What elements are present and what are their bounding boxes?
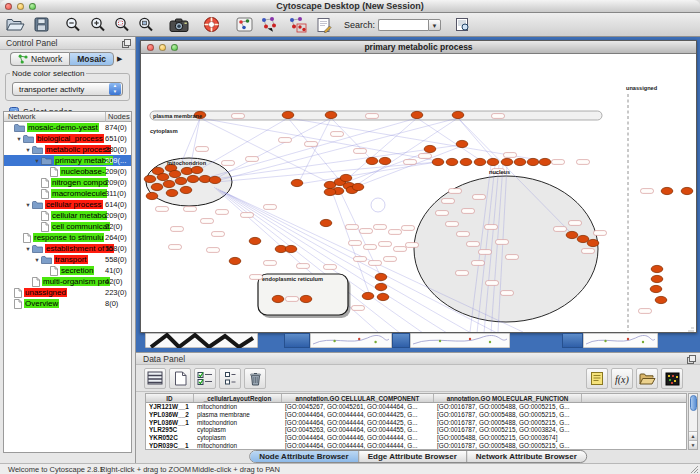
background-window-preview[interactable] <box>310 333 392 348</box>
table-cell[interactable]: [GO:0016787, GO:0005215, GO:0003824, G..… <box>434 426 582 434</box>
network-node[interactable] <box>661 187 673 194</box>
tree-row[interactable]: nucleobase- 209(0) <box>4 166 131 177</box>
scroll-up-button[interactable]: ▲ <box>689 431 697 440</box>
network-node[interactable] <box>487 158 499 165</box>
table-row[interactable]: YKR052Ccytoplasm[GO:0044464, GO:0044446,… <box>146 434 686 442</box>
network-node[interactable] <box>527 158 539 165</box>
network-b-button[interactable] <box>288 15 307 35</box>
region-nucleus[interactable] <box>414 176 598 322</box>
background-window-titlebar[interactable] <box>392 333 410 348</box>
tree-row[interactable]: ▼ establishment of lo 558(0) <box>4 243 131 254</box>
float-panel-button[interactable] <box>122 39 131 52</box>
tab-scroll-right-button[interactable]: ▶ <box>117 55 122 63</box>
table-cell[interactable]: [GO:0044464, GO:0044446, GO:0044444, G..… <box>282 434 434 442</box>
table-cell[interactable]: YDR039C__1 <box>146 442 194 450</box>
network-node[interactable] <box>375 273 387 280</box>
table-row[interactable]: YPL036W__1mitochondrion[GO:0044464, GO:0… <box>146 419 686 427</box>
table-cell[interactable]: plasma membrane <box>194 411 282 419</box>
table-cell[interactable]: YLR295C <box>146 426 194 434</box>
expand-arrow-icon[interactable]: ▼ <box>24 202 32 208</box>
network-node[interactable] <box>191 166 203 173</box>
table-cell[interactable]: [GO:0045263, GO:0044464, GO:0044455, G..… <box>282 426 434 434</box>
network-node[interactable] <box>187 175 199 182</box>
network-node[interactable] <box>175 177 187 184</box>
network-node[interactable] <box>566 231 578 238</box>
zoom-out-button[interactable] <box>65 15 81 35</box>
network-node[interactable] <box>166 189 178 196</box>
network-node[interactable] <box>577 235 589 242</box>
attribute-table[interactable]: ID_cellularLayoutRegionannotation.GO CEL… <box>145 393 687 450</box>
advanced-search-button[interactable] <box>455 15 470 35</box>
network-node[interactable] <box>320 219 332 226</box>
network-node[interactable] <box>681 187 693 194</box>
annotation-note-button[interactable] <box>586 368 608 389</box>
attribute-matrix-button[interactable] <box>219 368 241 389</box>
network-node[interactable] <box>651 275 663 282</box>
tree-row[interactable]: Overview 8(0) <box>4 298 131 309</box>
table-cell[interactable]: [GO:0005488, GO:0005215, GO:0003674] <box>434 434 582 442</box>
zoom-selected-button[interactable] <box>114 15 130 35</box>
attribute-table-button[interactable] <box>144 368 166 389</box>
table-column-header[interactable]: _cellularLayoutRegion <box>194 394 282 402</box>
table-scrollbar[interactable]: ▲ ▼ <box>688 393 698 450</box>
table-cell[interactable]: YPL036W__1 <box>146 419 194 427</box>
snapshot-button[interactable] <box>169 15 190 35</box>
network-node[interactable] <box>375 283 387 290</box>
network-node[interactable] <box>272 295 284 302</box>
table-cell[interactable]: YJR121W__1 <box>146 403 194 411</box>
select-attributes-button[interactable] <box>194 368 216 389</box>
tree-row[interactable]: ▼ transport 558(0) <box>4 254 131 265</box>
network-window-titlebar[interactable]: primary metabolic process <box>141 41 696 54</box>
zoom-fit-button[interactable] <box>138 15 154 35</box>
delete-attribute-button[interactable] <box>244 368 266 389</box>
table-cell[interactable]: mitochondrion <box>194 403 282 411</box>
table-row[interactable]: YJR121W__1mitochondrion[GO:0045267, GO:0… <box>146 403 686 411</box>
network-node[interactable] <box>209 176 221 183</box>
table-cell[interactable]: [GO:0044464, GO:0044444, GO:0044444, G..… <box>282 442 434 450</box>
tree-row[interactable]: cellular metabo 209(0) <box>4 210 131 221</box>
tree-row[interactable]: response to stimulu 264(0) <box>4 232 131 243</box>
table-cell[interactable]: mitochondrion <box>194 419 282 427</box>
tree-row[interactable]: secretion 41(0) <box>4 265 131 276</box>
create-attribute-button[interactable] <box>169 368 191 389</box>
network-node[interactable] <box>379 157 391 164</box>
expand-arrow-icon[interactable]: ▼ <box>24 246 32 252</box>
table-column-header[interactable]: ID <box>146 394 194 402</box>
network-node[interactable] <box>285 245 297 252</box>
expand-arrow-icon[interactable]: ▼ <box>24 147 32 153</box>
expand-arrow-icon[interactable]: ▼ <box>15 136 23 142</box>
table-cell[interactable]: [GO:0016787, GO:0005488, GO:0005215, G..… <box>434 411 582 419</box>
zoom-in-button[interactable] <box>90 15 106 35</box>
network-view-window[interactable]: primary metabolic process plasma membran… <box>140 40 697 333</box>
table-row[interactable]: YLR295Ccytoplasm[GO:0045263, GO:0044464,… <box>146 426 686 434</box>
search-input[interactable] <box>378 19 428 31</box>
table-row[interactable]: YDR039C__1mitochondrion[GO:0044464, GO:0… <box>146 442 686 450</box>
expand-arrow-icon[interactable]: ▼ <box>33 158 41 164</box>
table-cell[interactable]: cytoplasm <box>194 434 282 442</box>
expand-arrow-icon[interactable]: ▼ <box>33 257 41 263</box>
search-dropdown-button[interactable]: ▼ <box>428 19 441 31</box>
table-cell[interactable]: mitochondrion <box>194 442 282 450</box>
tree-row[interactable]: mosaic-demo-yeast 874(0) <box>4 122 131 133</box>
tab-mosaic[interactable]: Mosaic <box>69 52 114 66</box>
tree-row[interactable]: nitrogen compo 209(0) <box>4 177 131 188</box>
tree-row[interactable]: cell communicat 22(0) <box>4 221 131 232</box>
network-node[interactable] <box>169 170 181 177</box>
network-node[interactable] <box>446 158 458 165</box>
tree-row[interactable]: ▼ cellular process 614(0) <box>4 199 131 210</box>
window-titlebar[interactable]: Cytoscape Desktop (New Session) <box>0 0 700 13</box>
tree-row[interactable]: macromolecule 311(0) <box>4 188 131 199</box>
network-node[interactable] <box>157 173 169 180</box>
network-node[interactable] <box>282 111 294 118</box>
network-node[interactable] <box>163 180 175 187</box>
network-node[interactable] <box>340 174 352 181</box>
network-node[interactable] <box>587 239 599 246</box>
network-node[interactable] <box>456 140 468 147</box>
network-node[interactable] <box>651 265 663 272</box>
vizmapper-button[interactable] <box>236 15 253 35</box>
network-node[interactable] <box>474 158 486 165</box>
tree-row[interactable]: unassigned 223(0) <box>4 287 131 298</box>
table-cell[interactable]: cytoplasm <box>194 426 282 434</box>
network-node[interactable] <box>362 292 374 299</box>
table-column-header[interactable]: annotation.GO CELLULAR_COMPONENT <box>282 394 434 402</box>
